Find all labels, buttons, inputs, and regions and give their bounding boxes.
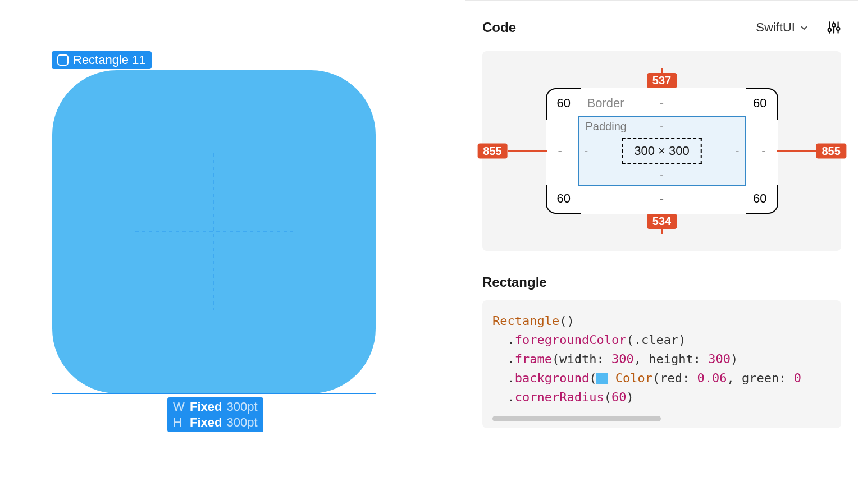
selection-label[interactable]: Rectangle 11 [52, 51, 152, 69]
spacing-left: 855 [477, 144, 507, 159]
padding-right: - [736, 145, 740, 158]
code-token: , green: [727, 371, 793, 385]
padding-top: - [660, 120, 664, 133]
code-token: ( [604, 390, 611, 404]
border-top-value: - [660, 96, 664, 111]
code-token: ( [589, 371, 596, 385]
inspector-panel: Code SwiftUI Border - - - - 60 60 [465, 0, 858, 504]
dimension-badge: W Fixed 300pt H Fixed 300pt [167, 397, 263, 432]
border-bottom-value: - [660, 191, 664, 206]
code-horizontal-scrollbar[interactable] [492, 416, 831, 421]
code-token: Color [615, 371, 652, 385]
code-token: , height: [634, 352, 708, 366]
border-left-value: - [558, 144, 562, 158]
chevron-down-icon [800, 23, 809, 32]
canvas-panel[interactable]: Rectangle 11 W Fixed 300pt H Fixed 300pt [0, 0, 465, 504]
width-letter: W [173, 400, 185, 414]
code-token: (.clear) [626, 333, 686, 347]
border-right-value: - [761, 144, 765, 158]
inspector-header: Code SwiftUI [465, 0, 858, 51]
code-token: 0 [794, 371, 801, 385]
border-label: Border [587, 96, 624, 111]
corner-radius-tl[interactable]: 60 [557, 96, 571, 111]
spacing-right: 855 [816, 144, 846, 159]
selected-element-frame[interactable] [52, 70, 376, 394]
code-token: background [515, 371, 589, 385]
element-size[interactable]: 300 × 300 [622, 138, 701, 164]
box-model-diagram[interactable]: Border - - - - 60 60 60 60 Padding - - -… [546, 88, 778, 214]
spacing-bottom: 534 [647, 214, 677, 229]
framework-label: SwiftUI [756, 20, 795, 35]
height-letter: H [173, 415, 185, 430]
code-token: 300 [611, 352, 634, 366]
color-swatch-icon [596, 373, 608, 384]
corner-radius-bl[interactable]: 60 [557, 191, 571, 206]
element-name-heading: Rectangle [465, 264, 858, 300]
code-token: 300 [708, 352, 731, 366]
spacing-top: 537 [647, 73, 677, 88]
code-token: () [559, 314, 574, 328]
height-value: 300pt [226, 415, 257, 430]
code-token: foregroundColor [515, 333, 627, 347]
width-mode: Fixed [190, 400, 222, 414]
code-token: Rectangle [492, 314, 559, 328]
width-value: 300pt [226, 400, 257, 414]
code-token: (width: [552, 352, 611, 366]
rectangle-icon [57, 54, 69, 66]
selection-name: Rectangle 11 [73, 53, 146, 67]
spacing-line-left [508, 150, 547, 152]
settings-sliders-icon[interactable] [827, 20, 841, 35]
corner-radius-tr[interactable]: 60 [753, 96, 766, 111]
code-token: . [492, 390, 515, 404]
code-token: ) [731, 352, 738, 366]
code-token: . [492, 352, 515, 366]
svg-point-3 [828, 29, 832, 32]
code-token: . [492, 333, 515, 347]
corner-radius-br[interactable]: 60 [753, 191, 766, 206]
code-block[interactable]: Rectangle() .foregroundColor(.clear) .fr… [482, 300, 841, 428]
code-token: . [492, 371, 515, 385]
code-token: 60 [611, 390, 627, 404]
rectangle-shape[interactable] [52, 70, 376, 393]
panel-title: Code [482, 20, 516, 35]
padding-bottom: - [660, 169, 664, 182]
svg-point-5 [832, 24, 836, 27]
spacing-line-right [777, 150, 816, 152]
padding-box[interactable]: Padding - - - - 300 × 300 [578, 116, 746, 186]
box-model-section: Border - - - - 60 60 60 60 Padding - - -… [482, 51, 841, 251]
code-token: (red: [652, 371, 697, 385]
padding-left: - [585, 145, 588, 158]
padding-label: Padding [586, 120, 627, 133]
height-mode: Fixed [190, 415, 222, 430]
framework-dropdown[interactable]: SwiftUI [756, 20, 809, 35]
code-token: 0.06 [697, 371, 727, 385]
code-token: cornerRadius [515, 390, 604, 404]
code-token: frame [515, 352, 552, 366]
code-token: ) [626, 390, 633, 404]
svg-point-7 [837, 27, 840, 30]
scrollbar-thumb[interactable] [492, 416, 661, 421]
